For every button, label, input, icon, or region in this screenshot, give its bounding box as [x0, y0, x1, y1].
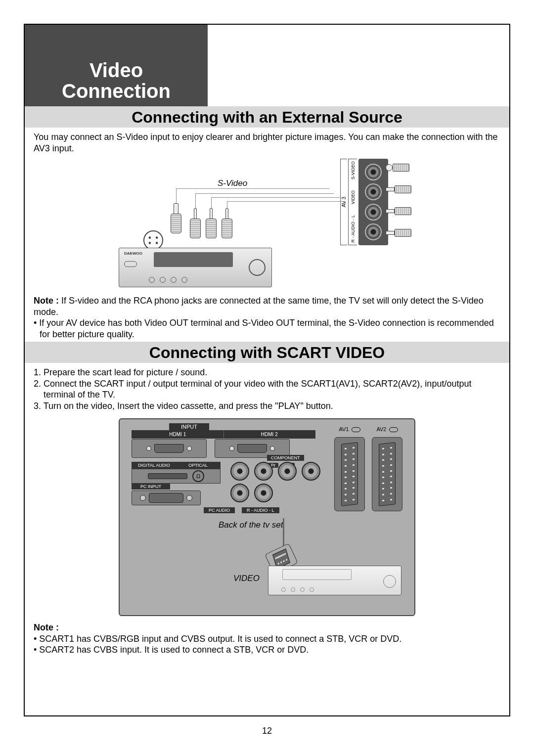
plug-video-panel	[386, 184, 415, 194]
component-audio-jacks	[229, 462, 328, 502]
device-brand: DAEWOO	[124, 251, 142, 256]
io-arrow-icon	[352, 427, 360, 432]
port-vga	[132, 490, 201, 505]
cassette-slot	[154, 252, 233, 267]
section1-notes: Note : If S-video and the RCA phono jack…	[25, 291, 509, 342]
wire	[227, 201, 346, 202]
port-scart-av1	[334, 437, 365, 511]
vcr-device-scart	[268, 566, 401, 595]
vcr-device-front: DAEWOO	[119, 248, 272, 287]
label-pc-audio: PC AUDIO	[204, 507, 235, 513]
label-audio-jack: R - AUDIO - L	[351, 213, 356, 245]
wire	[211, 197, 340, 198]
page-title-block: Video Connection	[25, 25, 208, 106]
label-video-jack: VIDEO	[351, 188, 356, 206]
diagram-tv-back-panel: INPUT HDMI 1 HDMI 2 DIGITAL AUDIOOPTICAL…	[119, 418, 415, 616]
diagram-svideo-connection: S-Video AV 3 S-VIDEO VIDEO R - AUDIO - L	[119, 159, 415, 287]
label-hdmi1: HDMI 1	[132, 431, 224, 438]
wire	[211, 197, 212, 208]
note-label-2: Note :	[34, 622, 500, 633]
port-optical-headphone: Ω	[132, 469, 221, 484]
vcr-jog-dial	[249, 259, 266, 276]
jack-audio-l	[254, 484, 273, 502]
section2-notes: Note : SCART1 has CVBS/RGB input and CVB…	[25, 618, 509, 658]
content: Connecting with an External Source You m…	[25, 106, 509, 715]
port-scart-av2	[372, 437, 402, 511]
av3-panel	[358, 159, 388, 245]
label-pc-input: PC INPUT	[132, 484, 170, 489]
note-label: Note :	[34, 296, 59, 306]
section1-intro: You may connect an S-Video input to enjo…	[25, 128, 509, 156]
step-3: 3. Turn on the video, Insert the video c…	[34, 400, 500, 412]
plug-audio-l-panel	[386, 206, 415, 216]
label-r-audio-l: R - AUDIO - L	[242, 507, 279, 513]
plug-rca-1	[190, 208, 201, 245]
headphone-icon: Ω	[192, 470, 204, 482]
vcr-dial	[383, 575, 396, 588]
section-heading-external-source: Connecting with an External Source	[25, 106, 509, 128]
jack-pr	[254, 462, 273, 481]
io-arrow-icon	[389, 427, 398, 432]
cassette-slot	[282, 569, 352, 580]
plug-rca-3	[222, 208, 232, 245]
label-video-device: VIDEO	[233, 574, 260, 583]
section-heading-scart: Connecting with SCART VIDEO	[25, 342, 509, 363]
plug-svideo-device	[171, 203, 181, 240]
section1-bullet-1: If your AV device has both Video OUT ter…	[34, 317, 500, 340]
jack-audio-r	[365, 223, 382, 240]
jack-pb	[278, 462, 297, 481]
jack-audio-l	[365, 204, 382, 221]
wire	[227, 201, 227, 208]
jack-pc-audio	[302, 462, 320, 481]
plug-audio-r-panel	[386, 228, 415, 238]
label-av1: AV1	[334, 426, 365, 432]
page-border: Video Connection Connecting with an Exte…	[24, 24, 510, 716]
wire	[195, 193, 334, 194]
wire	[176, 188, 329, 189]
jack-video	[365, 183, 382, 200]
note-text: If S-video and the RCA phono jacks are c…	[34, 296, 484, 317]
wire	[195, 193, 196, 208]
section2-bullet-2: SCART2 has CVBS input. It is used to con…	[34, 644, 500, 656]
label-hdmi2: HDMI 2	[224, 431, 315, 438]
label-svideo-jack: S-VIDEO	[351, 159, 356, 181]
label-back-of-tv: Back of the tv set	[219, 520, 283, 530]
plug-rca-2	[206, 208, 217, 245]
section2-bullet-1: SCART1 has CVBS/RGB input and CVBS outpu…	[34, 633, 500, 645]
label-svideo: S-Video	[218, 178, 247, 188]
title-line-1: Video	[89, 60, 143, 81]
step-1: 1. Prepare the scart lead for picture / …	[34, 367, 500, 378]
vcr-buttons	[149, 277, 187, 283]
label-digital-audio: DIGITAL AUDIO	[132, 462, 176, 468]
label-av3-group: AV 3	[340, 159, 347, 245]
port-hdmi1	[132, 439, 207, 458]
label-input: INPUT	[169, 423, 209, 430]
jack-svideo	[365, 164, 382, 180]
title-line-2: Connection	[62, 81, 171, 101]
label-av2: AV2	[372, 426, 402, 432]
wire	[176, 188, 177, 203]
page-number: 12	[0, 726, 534, 736]
eject-button-icon	[124, 261, 137, 267]
jack-y	[230, 462, 249, 481]
vcr-buttons	[281, 587, 314, 592]
jack-audio-r	[230, 484, 249, 502]
step-2: 2. Connect the SCART input / output term…	[34, 378, 500, 400]
svideo-port-on-device	[143, 230, 163, 250]
av3-label-strip: S-VIDEO VIDEO R - AUDIO - L	[348, 159, 357, 245]
label-component: COMPONENT	[267, 455, 304, 461]
plug-svideo-panel	[386, 163, 415, 173]
label-optical: OPTICAL	[176, 462, 220, 468]
section2-steps: 1. Prepare the scart lead for picture / …	[25, 363, 509, 413]
